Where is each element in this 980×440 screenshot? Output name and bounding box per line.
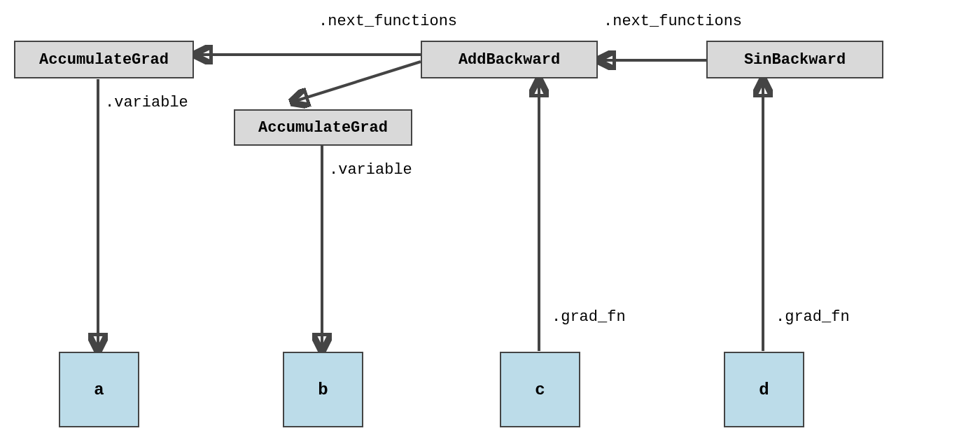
node-label: AddBackward [458,51,560,69]
autograd-graph-diagram: AccumulateGrad AccumulateGrad AddBackwar… [0,0,980,440]
edge-label-next-functions-2: .next_functions [603,13,742,30]
node-label: AccumulateGrad [39,51,169,69]
edge-label-variable-b: .variable [329,161,412,179]
node-add-backward: AddBackward [421,41,598,78]
node-label: AccumulateGrad [258,119,388,137]
node-label: SinBackward [744,51,846,69]
node-label: a [94,380,104,399]
edge-label-variable-a: .variable [105,94,188,111]
node-var-d: d [724,352,804,427]
node-accumulate-grad-b: AccumulateGrad [234,109,412,146]
node-label: b [318,380,328,399]
edge-label-next-functions-1: .next_functions [318,13,457,30]
node-sin-backward: SinBackward [706,41,883,78]
node-var-a: a [59,352,139,427]
edge-label-grad-fn-c: .grad_fn [552,308,626,326]
svg-line-2 [291,62,421,102]
node-label: d [759,380,769,399]
node-label: c [535,380,545,399]
node-accumulate-grad-a: AccumulateGrad [14,41,194,78]
node-var-c: c [500,352,580,427]
edge-label-grad-fn-d: .grad_fn [776,308,850,326]
node-var-b: b [283,352,363,427]
